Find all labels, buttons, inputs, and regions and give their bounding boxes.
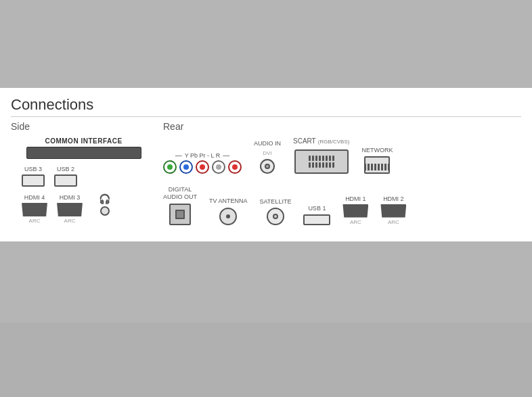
usb2-port [54,174,77,187]
rca-r [228,160,242,174]
rear-top-row: — Y Pb Pr - L R — [163,137,521,174]
ypbpr-label: Y Pb Pr - L R [185,152,221,159]
middle-section: Connections Side COMMON INTERFACE USB 3 … [0,88,532,241]
side-hdmi-row: HDMI 4 ARC HDMI 3 ARC 🎧 [22,193,156,224]
digital-audio-inner [175,210,185,219]
usb2-label: USB 2 [57,166,74,172]
common-interface-slot [26,147,141,159]
ypbpr-header: — Y Pb Pr - L R — [175,151,230,159]
usb1-port [303,214,330,225]
tv-antenna-group: TV ANTENNA [209,197,248,225]
dash-right: — [223,151,229,159]
satellite-group: SATELLITE [260,198,292,225]
rca-pr [196,160,209,174]
hdmi4-sublabel: ARC [29,218,41,224]
usb3-label: USB 3 [24,166,42,172]
hdmi4-port [22,203,47,216]
headphone-group: 🎧 [99,193,110,216]
hdmi3-port [57,203,83,216]
satellite-port [267,208,284,225]
bottom-gray-bar [0,241,532,323]
rca-r-inner [232,164,238,170]
scart-pins-top [309,156,334,161]
rear-section: Rear — Y Pb Pr - L R — [156,116,521,225]
scart-sublabel: (RGB/CVBS) [318,139,350,145]
satellite-inner [273,214,278,219]
usb2-group: USB 2 [54,166,77,187]
audio-in-sublabel: DVI [263,150,271,156]
audio-in-port [260,159,275,174]
satellite-label: SATELLITE [260,198,292,205]
audio-in-label: AUDIO IN [254,140,281,147]
hdmi2-port [380,204,406,218]
digital-audio-label2: AUDIO OUT [163,193,197,201]
rca-pb [179,160,193,174]
rear-bottom-row: DIGITAL AUDIO OUT TV ANTENNA SATELLITE [163,186,521,225]
side-usb-row: USB 3 USB 2 [22,166,156,187]
audio-in-inner [265,164,270,169]
tv-antenna-label: TV ANTENNA [209,197,248,205]
dash-left: — [175,151,182,159]
rca-pr-inner [200,164,205,170]
audio-in-group: AUDIO IN DVI [254,140,281,174]
network-group: NETWORK [361,147,393,174]
ypbpr-connectors [163,160,242,174]
hdmi3-label: HDMI 3 [60,194,81,201]
hdmi3-group: HDMI 3 ARC [57,194,83,224]
headphone-icon: 🎧 [99,193,110,204]
usb3-group: USB 3 [22,166,45,187]
hdmi2-group: HDMI 2 ARC [380,195,406,225]
side-section: Side COMMON INTERFACE USB 3 USB 2 [11,116,156,231]
hdmi2-sublabel: ARC [388,219,399,225]
antenna-inner [226,214,230,218]
hdmi1-label: HDMI 1 [345,195,366,202]
scart-group: SCART (RGB/CVBS) [293,137,349,174]
scart-label: SCART [293,137,316,145]
scart-label-row: SCART (RGB/CVBS) [293,137,349,147]
hdmi4-label: HDMI 4 [24,194,45,201]
ypbpr-group: — Y Pb Pr - L R — [163,151,242,174]
hdmi4-group: HDMI 4 ARC [22,194,47,224]
rca-y-inner [167,164,173,170]
scart-port [294,149,349,174]
headphone-port [100,206,110,216]
network-pins [364,164,390,170]
common-interface-group: COMMON INTERFACE [11,137,156,159]
rear-section-label: Rear [163,121,521,132]
scart-pins-bottom [309,162,334,168]
usb1-group: USB 1 [303,205,330,225]
network-port [364,156,390,174]
usb1-label: USB 1 [308,205,326,212]
hdmi1-sublabel: ARC [350,219,361,225]
rca-l-inner [216,164,221,170]
digital-audio-group: DIGITAL AUDIO OUT [163,186,197,225]
connections-title: Connections [11,96,521,114]
rca-l [212,160,225,174]
top-gray-bar [0,0,532,88]
network-label: NETWORK [361,147,393,154]
digital-audio-port [169,204,191,225]
side-section-label: Side [11,121,156,132]
rca-y [163,160,177,174]
tv-antenna-port [219,208,237,225]
hdmi1-group: HDMI 1 ARC [342,195,368,225]
digital-audio-label: DIGITAL [169,186,192,193]
hdmi2-label: HDMI 2 [383,195,404,202]
hdmi1-port [342,204,368,218]
usb3-port [22,174,45,187]
rca-pb-inner [183,164,189,170]
hdmi3-sublabel: ARC [64,218,76,224]
common-interface-label: COMMON INTERFACE [11,137,156,145]
